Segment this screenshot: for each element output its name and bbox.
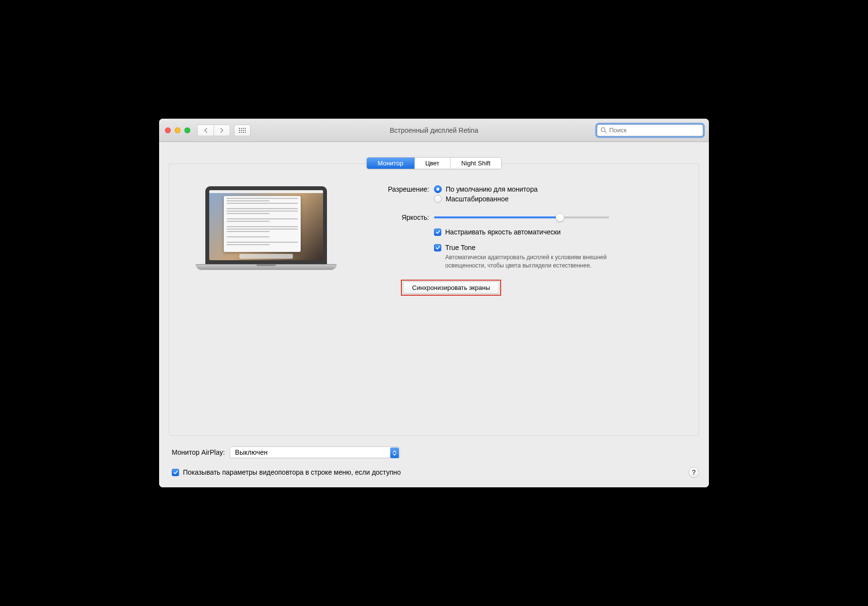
help-icon: ? xyxy=(692,468,696,476)
radio-icon xyxy=(434,195,442,203)
settings-column: Разрешение: По умолчанию для монитора Ма… xyxy=(371,181,687,296)
resolution-default-option[interactable]: По умолчанию для монитора xyxy=(434,184,687,194)
nav-group xyxy=(197,125,230,136)
chevron-right-icon xyxy=(220,128,224,133)
airplay-label: Монитор AirPlay: xyxy=(172,448,225,456)
forward-button[interactable] xyxy=(214,125,230,136)
tab-bar: Монитор Цвет Night Shift xyxy=(366,157,502,169)
truetone-label: True Tone xyxy=(445,244,475,251)
radio-icon xyxy=(434,185,442,193)
airplay-select[interactable]: Выключен xyxy=(230,446,400,458)
gather-windows-button[interactable]: Синхронизировать экраны xyxy=(403,282,499,294)
display-illustration xyxy=(181,181,351,296)
minimize-window-button[interactable] xyxy=(175,127,181,133)
tab-night-shift[interactable]: Night Shift xyxy=(451,158,501,169)
chevron-left-icon xyxy=(204,128,208,133)
resolution-default-label: По умолчанию для монитора xyxy=(446,185,538,193)
brightness-label: Яркость: xyxy=(371,213,434,221)
mirroring-checkbox[interactable]: Показывать параметры видеоповтора в стро… xyxy=(172,467,401,477)
back-button[interactable] xyxy=(197,125,214,136)
show-all-button[interactable] xyxy=(234,125,251,136)
search-wrap xyxy=(597,125,703,136)
titlebar: Встроенный дисплей Retina xyxy=(159,119,709,142)
brightness-slider[interactable] xyxy=(434,213,609,222)
resolution-scaled-option[interactable]: Масштабированное xyxy=(434,194,687,204)
main-box: Монитор Цвет Night Shift xyxy=(169,163,699,436)
auto-brightness-label: Настраивать яркость автоматически xyxy=(445,228,561,236)
zoom-window-button[interactable] xyxy=(184,127,190,133)
tab-color[interactable]: Цвет xyxy=(415,158,451,169)
traffic-lights xyxy=(165,127,190,133)
search-input[interactable] xyxy=(597,125,703,136)
help-button[interactable]: ? xyxy=(688,467,699,478)
auto-brightness-checkbox[interactable]: Настраивать яркость автоматически xyxy=(434,227,687,237)
truetone-description: Автоматически адаптировать дисплей к усл… xyxy=(434,253,638,270)
slider-thumb-icon xyxy=(556,213,564,222)
checkmark-icon xyxy=(434,229,441,236)
content-pane: Монитор Цвет Night Shift xyxy=(159,142,709,487)
annotation-highlight: Синхронизировать экраны xyxy=(401,280,501,296)
mirroring-label: Показывать параметры видеоповтора в стро… xyxy=(183,468,401,476)
tab-monitor[interactable]: Монитор xyxy=(367,158,415,169)
resolution-scaled-label: Масштабированное xyxy=(446,195,508,203)
updown-caret-icon xyxy=(390,447,399,458)
grid-icon xyxy=(239,128,246,133)
truetone-checkbox[interactable]: True Tone xyxy=(434,243,687,252)
preferences-window: Встроенный дисплей Retina Монитор Цвет N… xyxy=(159,119,709,487)
checkmark-icon xyxy=(172,469,179,476)
close-window-button[interactable] xyxy=(165,127,171,133)
airplay-value: Выключен xyxy=(235,448,268,456)
checkmark-icon xyxy=(434,244,441,251)
resolution-label: Разрешение: xyxy=(371,184,434,193)
